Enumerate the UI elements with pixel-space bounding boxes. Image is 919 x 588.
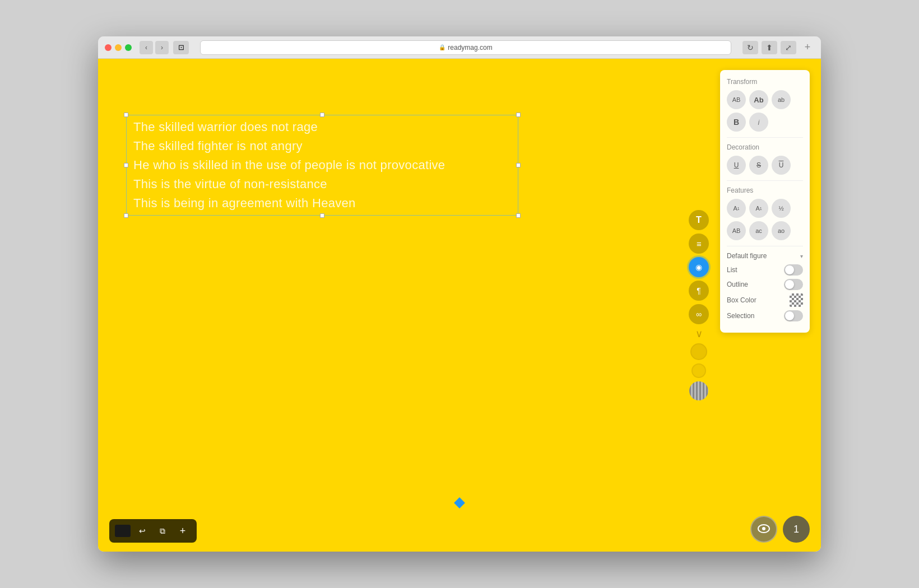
allcaps-button[interactable]: AB: [727, 221, 746, 240]
page-thumbnail-button[interactable]: [115, 525, 131, 537]
striped-tool-button[interactable]: [689, 381, 708, 400]
divider-1: [727, 137, 803, 138]
link-icon: ∞: [696, 310, 702, 319]
circle-indicator-2: [691, 363, 706, 378]
canvas-area[interactable]: The skilled warrior does not rage The sk…: [98, 59, 821, 552]
divider-2: [727, 180, 803, 181]
lowercase-button[interactable]: ab: [772, 90, 791, 109]
handle-bottom-mid[interactable]: [320, 213, 324, 218]
add-element-button[interactable]: +: [174, 522, 191, 539]
paragraph-tool-button[interactable]: ¶: [689, 281, 709, 301]
new-tab-button[interactable]: +: [801, 41, 814, 54]
svg-point-1: [762, 527, 765, 530]
divider-3: [727, 246, 803, 246]
fraction-button[interactable]: ½: [772, 199, 791, 218]
nav-buttons: ‹ ›: [140, 41, 169, 54]
handle-bottom-left[interactable]: [124, 213, 128, 218]
titlecase-button[interactable]: Ab: [749, 90, 768, 109]
handle-top-mid[interactable]: [320, 113, 324, 117]
handle-mid-left[interactable]: [124, 163, 128, 167]
features-btns-row2: AB ac ao: [727, 221, 803, 240]
share-button[interactable]: ⬆: [762, 41, 777, 54]
link-tool-button[interactable]: ∞: [689, 304, 709, 324]
text-element[interactable]: The skilled warrior does not rage The sk…: [126, 115, 518, 216]
list-toggle[interactable]: [784, 264, 803, 276]
fullscreen-button[interactable]: ⤢: [781, 41, 796, 54]
side-toolbar: T ≡ ◉ ¶ ∞ ∨: [689, 210, 709, 400]
forward-button[interactable]: ›: [155, 41, 169, 54]
overline-button[interactable]: U: [772, 156, 791, 175]
handle-top-right[interactable]: [516, 113, 521, 117]
subscript-button[interactable]: A1: [749, 199, 768, 218]
reload-button[interactable]: ↻: [742, 41, 758, 54]
paragraph-icon: ¶: [697, 286, 701, 295]
selection-label: Selection: [727, 312, 754, 320]
transform-btns-row1: AB Ab ab: [727, 90, 803, 109]
selection-toggle[interactable]: [784, 310, 803, 321]
features-label: Features: [727, 186, 803, 194]
reload-icon: ↻: [747, 43, 754, 52]
return-icon: ↩: [139, 526, 146, 535]
outline-toggle-row: Outline: [727, 279, 803, 290]
url-text: readymag.com: [448, 44, 492, 52]
text-line-2: The skilled fighter is not angry: [129, 137, 516, 156]
box-color-row: Box Color: [727, 293, 803, 307]
text-tool-button[interactable]: T: [689, 210, 709, 230]
chevron-down-icon: ∨: [695, 328, 703, 340]
selection-toggle-row: Selection: [727, 310, 803, 321]
fullscreen-icon: ⤢: [785, 43, 792, 52]
preview-button[interactable]: [750, 516, 777, 543]
transform-btns-row2: B i: [727, 113, 803, 132]
handle-mid-right[interactable]: [516, 163, 521, 167]
right-panel: Transform AB Ab ab B i Decoration U S U …: [720, 70, 810, 333]
layers-button[interactable]: ⧉: [154, 522, 171, 539]
maximize-button[interactable]: [125, 44, 132, 51]
text-line-1: The skilled warrior does not rage: [129, 118, 516, 137]
default-figure-label: Default figure: [727, 252, 767, 260]
bullet-tool-button[interactable]: ◉: [689, 257, 709, 277]
box-color-picker[interactable]: [790, 293, 803, 307]
page-number-button[interactable]: 1: [783, 516, 810, 543]
layers-icon: ⧉: [160, 526, 165, 536]
address-bar[interactable]: 🔒 readymag.com: [200, 40, 731, 55]
oldstyle-button[interactable]: ao: [772, 221, 791, 240]
chevron-down-icon: ▾: [800, 253, 803, 259]
minimize-button[interactable]: [115, 44, 122, 51]
uppercase-button[interactable]: AB: [727, 90, 746, 109]
return-button[interactable]: ↩: [134, 522, 151, 539]
smallcaps-button[interactable]: ac: [749, 221, 768, 240]
decoration-label: Decoration: [727, 143, 803, 151]
italic-button[interactable]: i: [749, 113, 768, 132]
align-tool-button[interactable]: ≡: [689, 234, 709, 254]
toolbar-actions: ↻ ⬆ ⤢: [742, 41, 796, 54]
browser-window: ‹ › ⊡ 🔒 readymag.com ↻ ⬆ ⤢ +: [98, 36, 821, 552]
center-diamond: [454, 497, 465, 508]
bullet-icon: ◉: [695, 263, 702, 272]
lock-icon: 🔒: [439, 44, 445, 50]
bold-button[interactable]: B: [727, 113, 746, 132]
bottom-toolbar: ↩ ⧉ +: [109, 519, 197, 543]
plus-icon: +: [180, 525, 186, 537]
default-figure-row[interactable]: Default figure ▾: [727, 252, 803, 260]
close-button[interactable]: [105, 44, 112, 51]
handle-bottom-right[interactable]: [516, 213, 521, 218]
outline-toggle[interactable]: [784, 279, 803, 290]
text-line-3: He who is skilled in the use of people i…: [129, 156, 516, 175]
text-box[interactable]: The skilled warrior does not rage The sk…: [126, 115, 518, 216]
features-btns-row1: A1 A1 ½: [727, 199, 803, 218]
align-icon: ≡: [697, 239, 701, 249]
decoration-btns: U S U: [727, 156, 803, 175]
outline-label: Outline: [727, 281, 748, 288]
handle-top-left[interactable]: [124, 113, 128, 117]
text-icon: T: [696, 215, 702, 225]
list-label: List: [727, 266, 737, 274]
eye-icon: [758, 523, 770, 536]
list-toggle-row: List: [727, 264, 803, 276]
superscript-button[interactable]: A1: [727, 199, 746, 218]
underline-button[interactable]: U: [727, 156, 746, 175]
sidebar-toggle-button[interactable]: ⊡: [173, 41, 189, 54]
strikethrough-button[interactable]: S: [749, 156, 768, 175]
text-line-5: This is being in agreement with Heaven: [129, 194, 516, 213]
circle-indicator-1: [690, 343, 707, 360]
back-button[interactable]: ‹: [140, 41, 153, 54]
